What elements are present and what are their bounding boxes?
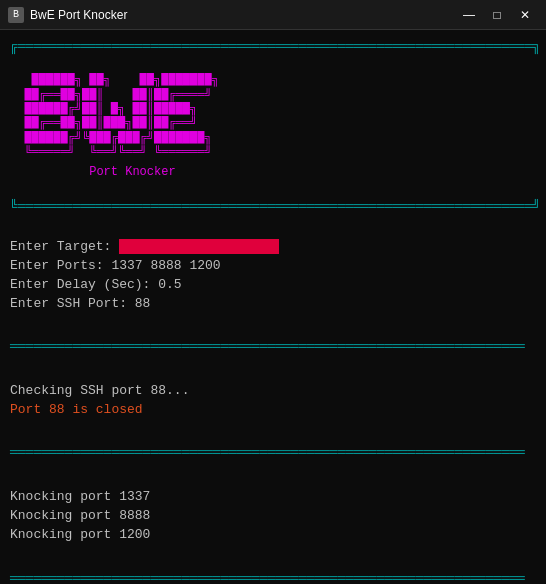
divider-3: ════════════════════════════════════════… [10, 570, 536, 584]
divider-2: ════════════════════════════════════════… [10, 444, 536, 463]
close-button[interactable]: ✕ [512, 5, 538, 25]
port-closed-message: Port 88 is closed [10, 401, 536, 420]
title-bar-left: B BwE Port Knocker [8, 7, 127, 23]
enter-target-line: Enter Target: ████████████████████ [10, 238, 536, 257]
knocking-8888: Knocking port 8888 [10, 507, 536, 526]
enter-delay-line: Enter Delay (Sec): 0.5 [10, 276, 536, 295]
app-icon: B [8, 7, 24, 23]
knocking-1200: Knocking port 1200 [10, 526, 536, 545]
top-border: ╔═══════════════════════════════════════… [10, 38, 536, 57]
window-controls: — □ ✕ [456, 5, 538, 25]
terminal-window[interactable]: ╔═══════════════════════════════════════… [0, 30, 546, 584]
bottom-border: ╚═══════════════════════════════════════… [10, 198, 536, 217]
port-knocker-label: Port Knocker [10, 164, 536, 199]
checking-ssh-1: Checking SSH port 88... [10, 382, 536, 401]
app-icon-letter: B [13, 9, 19, 20]
divider-1: ════════════════════════════════════════… [10, 338, 536, 357]
target-value: ████████████████████ [119, 239, 279, 254]
knocking-1337: Knocking port 1337 [10, 488, 536, 507]
ascii-art-logo: ██████╗ ██╗ ██╗███████╗ ██╔══██╗██║ ██║█… [10, 59, 536, 160]
window-title: BwE Port Knocker [30, 8, 127, 22]
enter-ports-line: Enter Ports: 1337 8888 1200 [10, 257, 536, 276]
minimize-button[interactable]: — [456, 5, 482, 25]
maximize-button[interactable]: □ [484, 5, 510, 25]
enter-ssh-port-line: Enter SSH Port: 88 [10, 295, 536, 314]
title-bar: B BwE Port Knocker — □ ✕ [0, 0, 546, 30]
